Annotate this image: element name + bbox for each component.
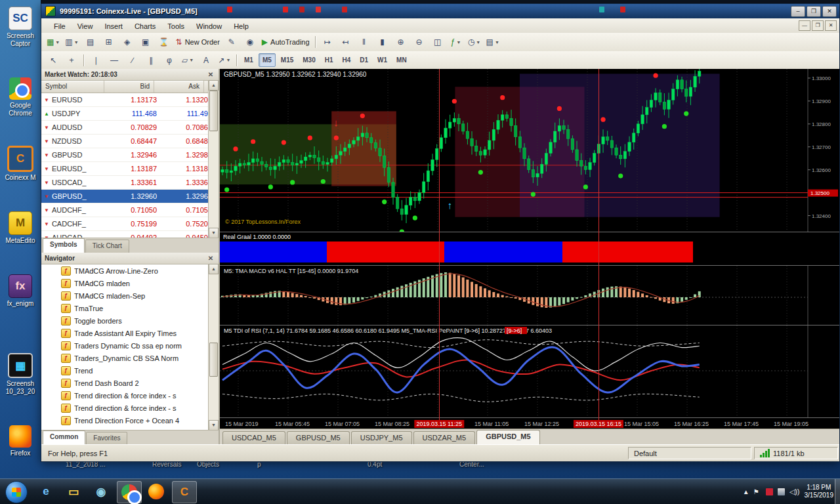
navigator-tab-common[interactable]: Common xyxy=(43,430,85,445)
desktop-icon-shot[interactable]: ▦Screensh 10_23_20 xyxy=(0,353,41,396)
tray-volume-icon[interactable]: ◁)) xyxy=(789,488,800,496)
menu-charts[interactable]: Charts xyxy=(129,20,161,32)
market-watch-toggle-button[interactable]: ▤ xyxy=(82,35,99,49)
taskbar-internet-explorer[interactable]: e xyxy=(34,481,58,502)
new-order-button[interactable]: ⇅New Order xyxy=(174,35,222,49)
navigator-item[interactable]: ƒTmaTrue xyxy=(41,302,209,314)
menu-window[interactable]: Window xyxy=(190,20,228,32)
horizontal-line-button[interactable]: ― xyxy=(106,53,123,68)
timeframe-m15[interactable]: M15 xyxy=(277,53,297,67)
script-button[interactable]: ◉ xyxy=(242,35,259,49)
timeframe-mn[interactable]: MN xyxy=(392,53,411,67)
minimize-button[interactable]: – xyxy=(791,6,805,17)
navigator-item[interactable]: ƒTraders_Dynamic CB SSA Norm xyxy=(41,352,209,364)
timeframe-w1[interactable]: W1 xyxy=(373,53,391,67)
taskbar-coinexx-mt4[interactable]: C xyxy=(172,481,197,503)
chart-tab-usdjpy_m5[interactable]: USDJPY_M5 xyxy=(351,431,412,445)
timeframe-h1[interactable]: H1 xyxy=(321,53,337,67)
chart-tab-gbpusd_m5[interactable]: GBPUSD_M5 xyxy=(287,431,350,445)
scroll-up-button[interactable]: ▲ xyxy=(209,80,219,91)
menu-file[interactable]: File xyxy=(48,20,72,32)
close-button[interactable]: ✕ xyxy=(822,6,837,17)
timeframe-m30[interactable]: M30 xyxy=(299,53,319,67)
desktop-icon-meta[interactable]: MMetaEdito xyxy=(0,211,41,245)
chart-tab-usdzar_m5[interactable]: USDZAR_M5 xyxy=(413,431,476,445)
market-watch-row[interactable]: ▼CADCHF_0.751990.75207 xyxy=(41,217,219,231)
menu-tools[interactable]: Tools xyxy=(161,20,190,32)
fibonacci-button[interactable]: φ xyxy=(161,53,178,68)
navigator-item[interactable]: ƒTrend Dash Board 2 xyxy=(41,377,209,389)
navigator-toggle-button[interactable]: ◈ xyxy=(119,35,136,49)
zoom-out-button[interactable]: ⊖ xyxy=(411,35,428,49)
menu-help[interactable]: Help xyxy=(228,20,255,32)
column-header-bid[interactable]: Bid xyxy=(104,81,154,93)
auto-scroll-button[interactable]: ↤ xyxy=(337,35,354,49)
market-watch-row[interactable]: ▼GBPUSD_1.329601.32965 xyxy=(41,190,219,203)
market-watch-row[interactable]: ▼NZDUSD0.684470.68480 xyxy=(41,135,219,148)
tray-network-icon[interactable] xyxy=(778,488,785,495)
trendline-button[interactable]: ∕ xyxy=(124,53,141,68)
market-watch-tab-symbols[interactable]: Symbols xyxy=(43,238,85,253)
cursor-button[interactable]: ↖ xyxy=(45,53,62,68)
market-watch-row[interactable]: ▼EURUSD_1.131871.13189 xyxy=(41,162,219,176)
tray-icon[interactable]: ⚑ xyxy=(753,488,759,495)
macd-indicator-pane[interactable]: M5: TMA MACD v6 HAL TT [15-45] 0.0000 91… xyxy=(220,265,839,325)
scroll-up-button[interactable]: ▲ xyxy=(209,264,219,274)
tdi-indicator-pane[interactable]: M5 TDI of RSI (7,1, 14) 71.6784 59.1685 … xyxy=(220,325,839,417)
desktop-icon-ff[interactable]: Firefox xyxy=(0,425,41,457)
autotrading-button[interactable]: ▶AutoTrading xyxy=(260,35,312,49)
market-watch-scrollbar[interactable]: ▲▼ xyxy=(208,80,219,238)
terminal-toggle-button[interactable]: ▣ xyxy=(137,35,154,49)
navigator-item[interactable]: ƒTrend xyxy=(41,364,209,377)
desktop-icon-sc[interactable]: SCScreensh Captor xyxy=(0,7,41,48)
market-watch-tab-tick-chart[interactable]: Tick Chart xyxy=(85,240,129,253)
taskbar-windows-explorer[interactable]: ▭ xyxy=(62,481,85,502)
tile-windows-button[interactable]: ◫ xyxy=(429,35,446,49)
mdi-minimize-button[interactable]: — xyxy=(799,20,810,31)
close-icon[interactable]: ✕ xyxy=(206,71,215,78)
navigator-item[interactable]: ƒTMAdCG mladen xyxy=(41,277,209,289)
market-watch-row[interactable]: ▼GBPUSD1.329461.32980 xyxy=(41,148,219,162)
new-chart-button[interactable]: ▦▼ xyxy=(45,35,62,49)
tray-icon[interactable]: ▲ xyxy=(743,488,749,495)
vertical-line-button[interactable]: ∣ xyxy=(87,53,104,68)
strategy-tester-button[interactable]: ⌛ xyxy=(156,35,173,49)
chart-tab-gbpusd_m5[interactable]: GBPUSD_M5 xyxy=(476,430,539,445)
chart-shift-button[interactable]: ↦ xyxy=(319,35,336,49)
navigator-scrollbar[interactable]: ▲▼ xyxy=(208,264,219,430)
arrows-tool-button[interactable]: ↗▼ xyxy=(216,53,233,68)
taskbar-media-player[interactable]: ◉ xyxy=(89,481,113,502)
close-icon[interactable]: ✕ xyxy=(206,255,215,262)
indicators-button[interactable]: ƒ▼ xyxy=(448,35,465,49)
navigator-tab-favorites[interactable]: Favorites xyxy=(86,432,127,445)
data-window-toggle-button[interactable]: ⊞ xyxy=(100,35,117,49)
timeframe-m5[interactable]: M5 xyxy=(259,53,276,67)
bar-chart-mode-button[interactable]: ‖ xyxy=(356,35,373,49)
column-header-symbol[interactable]: Symbol xyxy=(41,81,104,93)
show-desktop-button[interactable] xyxy=(835,479,840,504)
start-button[interactable] xyxy=(5,481,28,503)
timeframe-d1[interactable]: D1 xyxy=(356,53,372,67)
profiles-button[interactable]: ▥▼ xyxy=(63,35,80,49)
main-price-chart[interactable]: ↓↑1.324001.325001.326001.327001.328001.3… xyxy=(220,69,839,232)
maximize-button[interactable]: ❐ xyxy=(807,6,821,17)
market-watch-row[interactable]: ▼EURUSD1.131731.13204 xyxy=(41,93,219,107)
text-tool-button[interactable]: A xyxy=(198,53,215,68)
navigator-item[interactable]: ƒToggle borders xyxy=(41,314,209,327)
market-watch-row[interactable]: ▼USDCAD_1.333611.33365 xyxy=(41,176,219,190)
column-header-ask[interactable]: Ask xyxy=(154,81,204,93)
scroll-down-button[interactable]: ▼ xyxy=(209,420,219,430)
menu-insert[interactable]: Insert xyxy=(98,20,129,32)
real-graal-indicator-pane[interactable]: Real Graal 1.0000 0.0000 xyxy=(220,232,839,265)
taskbar-firefox[interactable] xyxy=(144,481,168,502)
crosshair-button[interactable]: + xyxy=(63,53,80,68)
mdi-restore-button[interactable]: ❐ xyxy=(812,20,824,31)
navigator-item[interactable]: ƒTrend direction & force index - s xyxy=(41,389,209,402)
desktop-icon-chrome[interactable]: Google Chrome xyxy=(0,77,41,117)
periods-button[interactable]: ◷▼ xyxy=(466,35,483,49)
navigator-item[interactable]: ƒTrend Direction Force + Ocean 4 xyxy=(41,414,209,427)
menu-view[interactable]: View xyxy=(72,20,99,32)
desktop-icon-coinexx[interactable]: CCoinexx M xyxy=(0,146,41,182)
navigator-item[interactable]: ƒTMAdCG Arrow-Line-Zero xyxy=(41,264,209,277)
scroll-thumb[interactable] xyxy=(209,343,218,377)
